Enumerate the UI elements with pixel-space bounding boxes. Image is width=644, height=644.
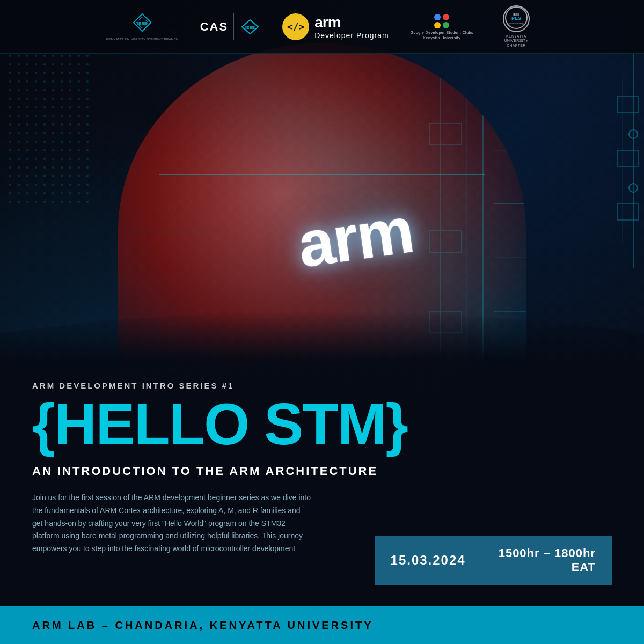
svg-rect-1 — [8, 54, 94, 204]
arm-brand-name: arm — [314, 14, 340, 31]
gdsc-dot-green — [443, 22, 449, 28]
arm-dev-program-label: Developer Program — [314, 31, 389, 40]
pes-chapter-label: KENYATTA UNIVERSITY CHAPTER — [495, 34, 538, 48]
event-time-range: 1500hr – 1800hr — [499, 546, 596, 560]
event-date: 15.03.2024 — [391, 553, 466, 568]
series-label: ARM DEVELOPMENT INTRO SERIES #1 — [32, 381, 612, 390]
arm-developer-logo: </> arm Developer Program — [282, 13, 389, 40]
gdsc-sublabel: Kenyatta University — [423, 36, 460, 40]
ieee-subtext: KENYATTA UNIVERSITY STUDENT BRANCH — [106, 38, 179, 41]
gdsc-dot-yellow — [434, 22, 441, 28]
cas-ieee-logo: CAS IEEE — [200, 13, 261, 40]
event-timezone: EAT — [572, 560, 596, 574]
svg-rect-5 — [617, 150, 639, 166]
arm-dev-text: arm Developer Program — [314, 14, 389, 40]
svg-text:IEEE: IEEE — [137, 20, 148, 25]
glitch-line-2 — [179, 186, 444, 186]
gdsc-label: Google Developer Student Clubs — [411, 31, 473, 34]
date-part: 15.03.2024 — [375, 536, 482, 585]
gdsc-dot-red — [443, 14, 449, 20]
right-circuit-decoration — [580, 54, 644, 268]
pes-logo: IEEE PES Power & Energy KENYATTA UNIVERS… — [495, 5, 538, 48]
subtitle: AN INTRODUCTION TO THE ARM ARCHITECTURE — [32, 464, 612, 478]
chip-arm-label: arm — [294, 192, 418, 281]
svg-rect-4 — [617, 97, 639, 113]
pes-circle-icon: IEEE PES Power & Energy — [503, 5, 530, 32]
svg-rect-27 — [429, 231, 462, 252]
dots-grid-left — [8, 54, 94, 206]
event-location: ARM LAB – CHANDARIA, KENYATTA UNIVERSITY — [32, 619, 374, 632]
arm-code-bracket-icon: </> — [282, 13, 309, 40]
location-bar: ARM LAB – CHANDARIA, KENYATTA UNIVERSITY — [0, 606, 644, 644]
event-description: Join us for the first session of the ARM… — [32, 492, 311, 555]
gdsc-dot-blue — [434, 14, 441, 20]
gdsc-dots-icon — [434, 14, 449, 29]
svg-rect-6 — [617, 204, 639, 220]
header-bar: IEEE KENYATTA UNIVERSITY STUDENT BRANCH … — [0, 0, 644, 54]
gdsc-logo: Google Developer Student Clubs Kenyatta … — [411, 14, 473, 40]
svg-text:IEEE: IEEE — [245, 25, 255, 30]
datetime-box: 15.03.2024 1500hr – 1800hr EAT — [375, 536, 612, 585]
content-area: ARM DEVELOPMENT INTRO SERIES #1 {HELLO S… — [0, 365, 644, 644]
svg-text:Power & Energy: Power & Energy — [508, 22, 524, 25]
glitch-line-1 — [159, 174, 485, 175]
time-part: 1500hr – 1800hr EAT — [482, 536, 612, 585]
logo-divider — [233, 13, 234, 40]
ieee-student-branch-logo: IEEE KENYATTA UNIVERSITY STUDENT BRANCH — [106, 13, 179, 41]
svg-text:PES: PES — [511, 16, 521, 21]
main-title: {HELLO STM} — [32, 394, 612, 453]
svg-rect-26 — [429, 123, 462, 145]
cas-label: CAS — [200, 20, 228, 34]
